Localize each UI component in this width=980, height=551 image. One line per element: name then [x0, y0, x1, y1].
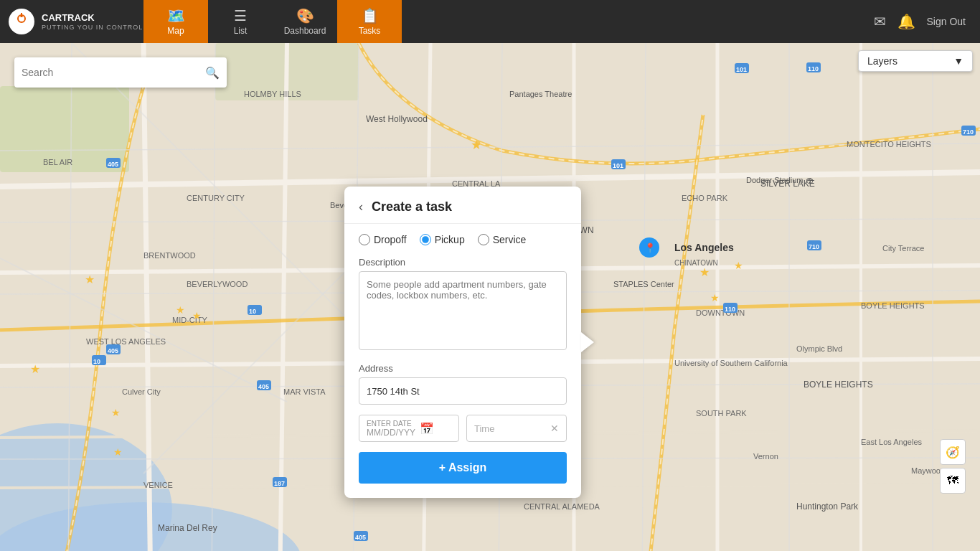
svg-text:★: ★ [30, 363, 40, 375]
svg-text:10: 10 [249, 308, 256, 315]
layers-dropdown[interactable]: Layers ▼ [858, 50, 973, 72]
time-field[interactable]: Time ✕ [466, 415, 567, 442]
svg-text:MID-CITY: MID-CITY [172, 316, 208, 324]
description-section: Description [344, 253, 581, 360]
brand-tagline: PUTTING YOU IN CONTROL [42, 24, 143, 31]
search-icon[interactable]: 🔍 [205, 66, 220, 80]
svg-text:Olympic Blvd: Olympic Blvd [796, 344, 842, 353]
svg-text:BEVERLYWOOD: BEVERLYWOOD [187, 280, 248, 288]
svg-text:★: ★ [192, 310, 202, 321]
chevron-down-icon: ▼ [953, 55, 963, 67]
svg-text:DOWNTOWN: DOWNTOWN [696, 309, 745, 317]
svg-text:★: ★ [471, 138, 482, 152]
panel-arrow [581, 332, 594, 352]
datetime-row: ENTER DATE MM/DD/YYY 📅 Time ✕ [344, 412, 581, 452]
date-placeholder: MM/DD/YYY [367, 428, 415, 438]
date-field[interactable]: ENTER DATE MM/DD/YYY 📅 [359, 415, 459, 442]
svg-text:Marina Del Rey: Marina Del Rey [158, 523, 217, 533]
svg-text:710: 710 [963, 128, 974, 136]
svg-text:405: 405 [108, 161, 118, 168]
time-clear-icon[interactable]: ✕ [550, 423, 559, 434]
dropoff-label: Dropoff [374, 234, 407, 245]
svg-text:MONTECITO HEIGHTS: MONTECITO HEIGHTS [847, 140, 931, 149]
nav-map[interactable]: 🗺️ Map [143, 0, 208, 43]
panel-title: Create a task [372, 199, 452, 215]
svg-text:Vernon: Vernon [753, 452, 778, 461]
svg-text:CENTRAL ALAMEDA: CENTRAL ALAMEDA [524, 502, 600, 511]
pickup-radio[interactable] [420, 234, 431, 245]
svg-text:187: 187 [274, 480, 285, 487]
address-input[interactable] [359, 377, 567, 405]
svg-text:West Hollywood: West Hollywood [366, 114, 428, 124]
svg-text:10: 10 [93, 358, 100, 365]
address-section: Address [344, 360, 581, 412]
logo-icon [9, 9, 34, 34]
svg-text:★: ★ [734, 260, 743, 271]
nav-list[interactable]: ☰ List [208, 0, 273, 43]
search-input[interactable] [22, 67, 205, 78]
svg-text:★: ★ [113, 446, 123, 458]
svg-text:WEST LOS ANGELES: WEST LOS ANGELES [86, 337, 166, 346]
bell-icon[interactable]: 🔔 [897, 13, 915, 30]
svg-text:Pantages Theatre: Pantages Theatre [509, 90, 572, 98]
service-label: Service [493, 234, 527, 245]
svg-text:CHINATOWN: CHINATOWN [674, 259, 718, 267]
signout-button[interactable]: Sign Out [927, 16, 966, 28]
time-placeholder: Time [474, 423, 494, 434]
svg-text:BEL AIR: BEL AIR [43, 158, 72, 166]
nav-dashboard-label: Dashboard [284, 26, 326, 36]
description-label: Description [359, 257, 567, 268]
svg-text:101: 101 [613, 162, 623, 169]
dashboard-icon: 🎨 [296, 7, 314, 24]
svg-text:710: 710 [809, 243, 819, 250]
map-controls: 🧭 🗺 [940, 439, 966, 494]
map-style-icon[interactable]: 🗺 [940, 468, 966, 494]
assign-label: + Assign [439, 461, 487, 474]
calendar-icon[interactable]: 📅 [420, 422, 434, 435]
svg-text:ECHO PARK: ECHO PARK [682, 194, 728, 202]
nav-dashboard[interactable]: 🎨 Dashboard [273, 0, 337, 43]
svg-text:110: 110 [725, 306, 735, 313]
svg-text:Los Angeles: Los Angeles [674, 242, 734, 253]
nav-tasks[interactable]: 📋 Tasks [337, 0, 402, 43]
svg-text:HOLMBY HILLS: HOLMBY HILLS [244, 90, 301, 98]
map-icon: 🗺️ [167, 7, 185, 24]
dropoff-radio[interactable] [359, 234, 370, 245]
svg-text:BOYLE HEIGHTS: BOYLE HEIGHTS [804, 380, 873, 390]
brand-name: CARTRACK [42, 12, 143, 24]
svg-text:VENICE: VENICE [143, 481, 173, 489]
compass-icon[interactable]: 🧭 [940, 439, 966, 465]
enter-date-label: ENTER DATE [367, 420, 415, 428]
pickup-label: Pickup [435, 234, 465, 245]
svg-text:📍: 📍 [644, 242, 656, 254]
nav-right-area: ✉ 🔔 Sign Out [874, 13, 980, 30]
logo-area: CARTRACK PUTTING YOU IN CONTROL [0, 0, 143, 43]
svg-text:★: ★ [85, 273, 95, 286]
address-label: Address [359, 363, 567, 374]
task-type-pickup[interactable]: Pickup [420, 234, 465, 245]
description-input[interactable] [359, 271, 567, 350]
nav-list-label: List [234, 26, 248, 36]
svg-text:City Terrace: City Terrace [882, 244, 924, 253]
back-button[interactable]: ‹ [359, 199, 363, 215]
svg-text:★: ★ [176, 304, 185, 316]
list-icon: ☰ [234, 7, 247, 24]
task-type-dropoff[interactable]: Dropoff [359, 234, 407, 245]
mail-icon[interactable]: ✉ [874, 13, 886, 30]
svg-text:East Los Angeles: East Los Angeles [861, 438, 923, 446]
svg-text:MAR VISTA: MAR VISTA [283, 387, 326, 396]
svg-text:BOYLE HEIGHTS: BOYLE HEIGHTS [861, 301, 925, 310]
svg-text:STAPLES Center: STAPLES Center [613, 280, 674, 288]
svg-text:Dodger Stadium 🏟: Dodger Stadium 🏟 [746, 176, 814, 184]
svg-text:CENTURY CITY: CENTURY CITY [187, 194, 245, 202]
search-bar: 🔍 [14, 57, 227, 88]
assign-button[interactable]: + Assign [359, 452, 567, 484]
task-type-service[interactable]: Service [478, 234, 527, 245]
svg-text:★: ★ [699, 266, 710, 278]
logo-text-block: CARTRACK PUTTING YOU IN CONTROL [42, 12, 143, 31]
svg-text:BRENTWOOD: BRENTWOOD [143, 251, 196, 260]
top-navigation: CARTRACK PUTTING YOU IN CONTROL 🗺️ Map ☰… [0, 0, 980, 43]
service-radio[interactable] [478, 234, 489, 245]
layers-label: Layers [867, 55, 897, 67]
svg-text:Huntington Park: Huntington Park [796, 501, 859, 512]
